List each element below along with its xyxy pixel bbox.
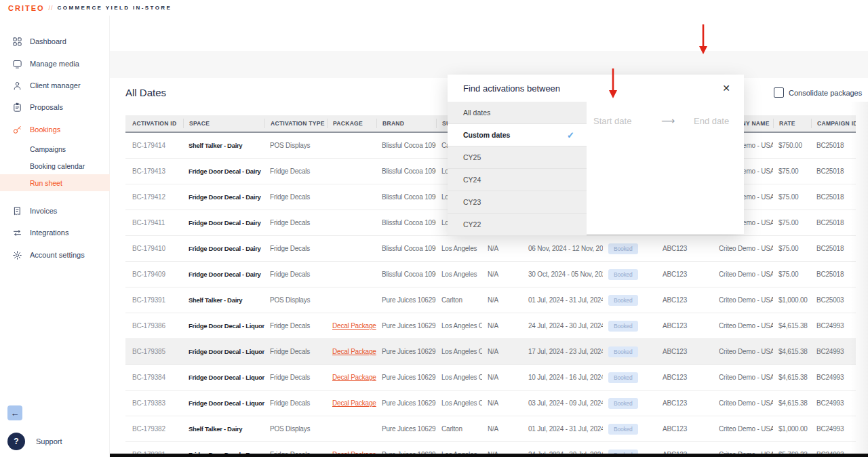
support-label: Support [36, 437, 62, 445]
date-option-cy22[interactable]: CY22 [448, 214, 587, 236]
column-header-id: ACTIVATION ID [125, 119, 183, 128]
sidebar: Dashboard Manage media Client manager Pr… [0, 16, 110, 457]
package-link[interactable]: Decal Package [332, 399, 376, 407]
cell-dates: 17 Jul, 2024 - 23 Jul, 2024 [523, 348, 603, 355]
sidebar-collapse-button[interactable]: ← [7, 405, 22, 420]
date-option-custom-dates[interactable]: Custom dates✓ [448, 124, 587, 146]
screen-edge-bar [110, 454, 868, 457]
cell-suburb: Los Angeles [436, 271, 482, 278]
cell-rate: $4,615.38 [773, 322, 811, 330]
cell-brand: Pure Juices 10629 [376, 374, 436, 381]
table-row[interactable]: BC-179391Shelf Talker - DairyPOS Display… [125, 287, 856, 313]
cell-rate: $4,615.38 [773, 348, 811, 355]
sidebar-item-bookings[interactable]: Bookings [0, 121, 110, 138]
cell-status: Booked [603, 346, 657, 357]
date-option-cy23[interactable]: CY23 [448, 191, 587, 214]
sidebar-item-manage-media[interactable]: Manage media [0, 55, 110, 73]
cell-type: Fridge Decals [264, 271, 327, 278]
cell-space: Fridge Door Decal - Dairy [183, 219, 264, 226]
find-activations-panel: Find activations between ✕ All datesCust… [448, 75, 744, 234]
status-badge: Booked [608, 372, 638, 383]
sidebar-item-dashboard[interactable]: Dashboard [0, 33, 110, 50]
cell-status: Booked [603, 295, 657, 306]
sidebar-item-account-settings[interactable]: Account settings [0, 246, 110, 264]
cell-campaign: BC25018 [811, 271, 856, 278]
sidebar-item-booking-calendar[interactable]: Booking calendar [0, 157, 110, 174]
sidebar-item-label: Dashboard [30, 37, 66, 45]
consolidate-packages-checkbox[interactable]: Consolidate packages [774, 87, 862, 98]
close-icon[interactable]: ✕ [722, 83, 730, 94]
date-option-all-dates[interactable]: All dates [448, 102, 587, 124]
cell-company: Criteo Demo - USA [713, 296, 773, 304]
column-header-package: PACKAGE [327, 119, 376, 128]
sidebar-item-integrations[interactable]: Integrations [0, 224, 110, 241]
cell-space: Fridge Door Decal - Liquor [183, 348, 264, 355]
sidebar-item-label: Account settings [30, 251, 85, 259]
cell-brand: Blissful Cocoa 10964 [376, 142, 436, 149]
cell-dates: 01 Jul, 2024 - 31 Jul, 2024 [523, 296, 603, 304]
cell-package: Decal Package [327, 374, 376, 381]
package-link[interactable]: Decal Package [332, 348, 376, 355]
date-option-label: CY22 [463, 220, 481, 228]
cell-store: ABC123 [657, 374, 713, 381]
cell-campaign: BC24993 [811, 348, 856, 355]
checkbox-label: Consolidate packages [789, 89, 862, 97]
swap-arrows-icon [12, 227, 22, 238]
cell-type: Fridge Decals [264, 348, 327, 355]
cell-id: BC-179383 [125, 399, 183, 407]
column-header-brand: BRAND [376, 119, 436, 128]
start-date-input[interactable]: Start date [593, 116, 661, 126]
cell-id: BC-179385 [125, 348, 183, 355]
cell-type: Fridge Decals [264, 322, 327, 330]
date-option-cy25[interactable]: CY25 [448, 146, 587, 169]
table-row[interactable]: BC-179383Fridge Door Decal - LiquorFridg… [125, 391, 856, 416]
sidebar-item-label: Integrations [30, 228, 68, 237]
cell-space: Shelf Talker - Dairy [183, 296, 264, 304]
date-option-cy24[interactable]: CY24 [448, 169, 587, 191]
cell-suburb: Los Angeles CA [436, 399, 482, 407]
sidebar-item-run-sheet[interactable]: Run sheet [0, 174, 110, 191]
clipboard-icon [12, 102, 22, 113]
date-option-label: CY25 [463, 153, 481, 161]
cell-campaign: BC25018 [811, 219, 856, 226]
end-date-input[interactable]: End date [694, 116, 729, 126]
cell-company: Criteo Demo - USA [713, 348, 773, 355]
cell-state: N/A [482, 245, 523, 252]
key-icon [12, 124, 22, 135]
support-button[interactable]: ? Support [7, 433, 62, 450]
cell-dates: 30 Oct, 2024 - 05 Nov, 2024 [523, 271, 603, 278]
table-row[interactable]: BC-179382Shelf Talker - DairyPOS Display… [125, 416, 856, 442]
cell-dates: 06 Nov, 2024 - 12 Nov, 2024 [523, 245, 603, 252]
cell-company: Criteo Demo - USA [713, 322, 773, 330]
column-header-type: ACTIVATION TYPE [264, 119, 327, 128]
cell-company: Criteo Demo - USA [713, 425, 773, 433]
date-option-label: CY23 [463, 198, 481, 206]
cell-dates: 01 Jul, 2024 - 31 Jul, 2024 [523, 425, 603, 433]
cell-campaign: BC25003 [811, 296, 856, 304]
table-row[interactable]: BC-179409Fridge Door Decal - DairyFridge… [125, 262, 856, 287]
table-row[interactable]: BC-179386Fridge Door Decal - LiquorFridg… [125, 313, 856, 339]
status-badge: Booked [608, 321, 638, 332]
checkbox-box [774, 87, 784, 98]
cell-state: N/A [482, 271, 523, 278]
cell-rate: $1,000.00 [773, 296, 811, 304]
package-link[interactable]: Decal Package [332, 322, 376, 330]
sidebar-item-proposals[interactable]: Proposals [0, 98, 110, 116]
cell-rate: $1,000.00 [773, 425, 811, 433]
table-row[interactable]: BC-179410Fridge Door Decal - DairyFridge… [125, 236, 856, 262]
table-row[interactable]: BC-179385Fridge Door Decal - LiquorFridg… [125, 339, 856, 365]
cell-campaign: BC24993 [811, 399, 856, 407]
table-row[interactable]: BC-179384Fridge Door Decal - LiquorFridg… [125, 365, 856, 391]
package-link[interactable]: Decal Package [332, 374, 376, 381]
date-panel-options: All datesCustom dates✓CY25CY24CY23CY22 [448, 102, 587, 234]
cell-status: Booked [603, 269, 657, 280]
cell-type: POS Displays [264, 142, 327, 149]
cell-space: Fridge Door Decal - Dairy [183, 193, 264, 201]
panel-title: Find activations between [463, 83, 560, 94]
sidebar-item-client-manager[interactable]: Client manager [0, 77, 110, 94]
sidebar-item-invoices[interactable]: Invoices [0, 202, 110, 220]
sidebar-item-campaigns[interactable]: Campaigns [0, 140, 110, 157]
top-app-bar: CRITEO // COMMERCE YIELD IN-STORE [0, 0, 868, 16]
cell-campaign: BC25018 [811, 142, 856, 149]
gear-icon [12, 250, 22, 260]
